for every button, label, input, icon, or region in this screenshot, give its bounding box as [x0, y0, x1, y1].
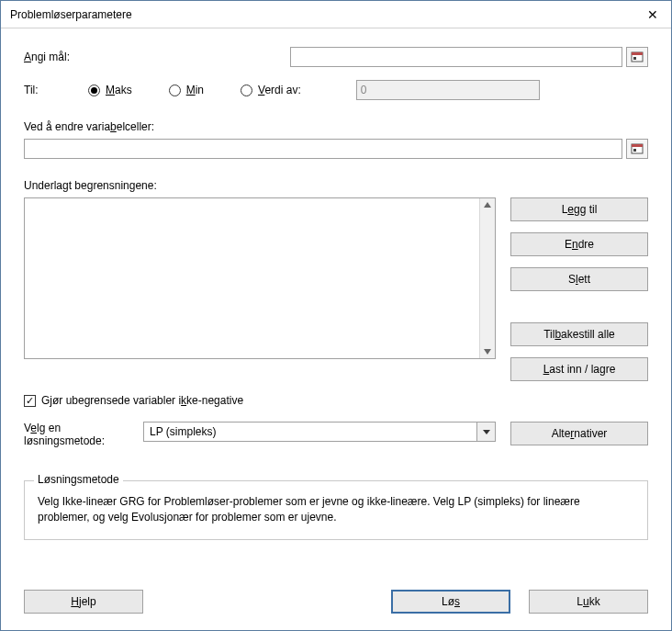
- group-description: Velg Ikke-lineær GRG for Problemløser-pr…: [38, 494, 634, 526]
- svg-rect-4: [632, 144, 643, 147]
- close-button[interactable]: Lukk: [529, 590, 648, 614]
- svg-rect-5: [633, 149, 636, 152]
- method-label: Velg en løsningsmetode:: [24, 422, 143, 447]
- range-picker-icon: [631, 143, 644, 154]
- chevron-down-icon: [476, 423, 495, 441]
- footer: Hjelp Løs Lukk: [1, 575, 671, 630]
- load-save-button[interactable]: Last inn / lagre: [510, 357, 648, 381]
- changing-cells-input[interactable]: [24, 139, 622, 159]
- window-title: Problemløserparametere: [10, 8, 634, 21]
- radio-min[interactable]: Min: [169, 84, 204, 96]
- svg-rect-1: [632, 52, 643, 55]
- objective-input[interactable]: [290, 47, 622, 67]
- changing-cells-row: [24, 139, 648, 159]
- options-button[interactable]: Alternativer: [510, 422, 648, 445]
- objective-range-picker[interactable]: [626, 47, 648, 67]
- objective-row: Angi mål:: [24, 47, 648, 67]
- group-legend: Løsningsmetode: [34, 473, 123, 486]
- constraints-label: Underlagt begrensningene:: [24, 179, 648, 192]
- help-button[interactable]: Hjelp: [24, 590, 143, 614]
- method-row: Velg en løsningsmetode: LP (simpleks) Al…: [24, 422, 648, 447]
- dialog-content: Angi mål: Til: Maks Min: [1, 28, 671, 575]
- checkbox-icon: ✓: [24, 395, 36, 407]
- constraints-listbox[interactable]: [24, 197, 496, 359]
- constraint-buttons: Legg til Endre Slett Tilbakestill alle L…: [510, 197, 648, 381]
- svg-rect-2: [633, 57, 636, 60]
- solve-button[interactable]: Løs: [391, 590, 510, 614]
- to-row: Til: Maks Min Verdi av:: [24, 80, 648, 100]
- range-picker-icon: [631, 51, 644, 62]
- method-combobox[interactable]: LP (simpleks): [143, 422, 496, 442]
- objective-label: Angi mål:: [24, 51, 290, 63]
- reset-all-button[interactable]: Tilbakestill alle: [510, 322, 648, 346]
- radio-valueof[interactable]: Verdi av:: [241, 84, 301, 96]
- constraints-area: Legg til Endre Slett Tilbakestill alle L…: [24, 197, 648, 381]
- add-button[interactable]: Legg til: [510, 197, 648, 221]
- method-value: LP (simpleks): [144, 423, 476, 441]
- optimization-radio-group: Maks Min Verdi av:: [88, 84, 301, 96]
- solver-dialog: Problemløserparametere ✕ Angi mål: Til:: [0, 0, 672, 631]
- radio-circle-icon: [88, 85, 100, 96]
- radio-circle-icon: [241, 85, 252, 96]
- changing-cells-label: Ved å endre variabelceller:: [24, 120, 648, 133]
- delete-button[interactable]: Slett: [510, 267, 648, 291]
- method-description-group: Løsningsmetode Velg Ikke-lineær GRG for …: [24, 480, 648, 540]
- scrollbar[interactable]: [479, 198, 495, 358]
- changing-cells-range-picker[interactable]: [626, 139, 648, 159]
- valueof-input[interactable]: [356, 80, 540, 100]
- change-button[interactable]: Endre: [510, 232, 648, 256]
- titlebar: Problemløserparametere ✕: [1, 1, 671, 28]
- nonnegative-checkbox[interactable]: ✓ Gjør ubegrensede variabler ikke-negati…: [24, 394, 648, 407]
- radio-max[interactable]: Maks: [88, 84, 132, 96]
- close-icon[interactable]: ✕: [634, 1, 671, 28]
- radio-circle-icon: [169, 85, 181, 96]
- to-label: Til:: [24, 84, 88, 96]
